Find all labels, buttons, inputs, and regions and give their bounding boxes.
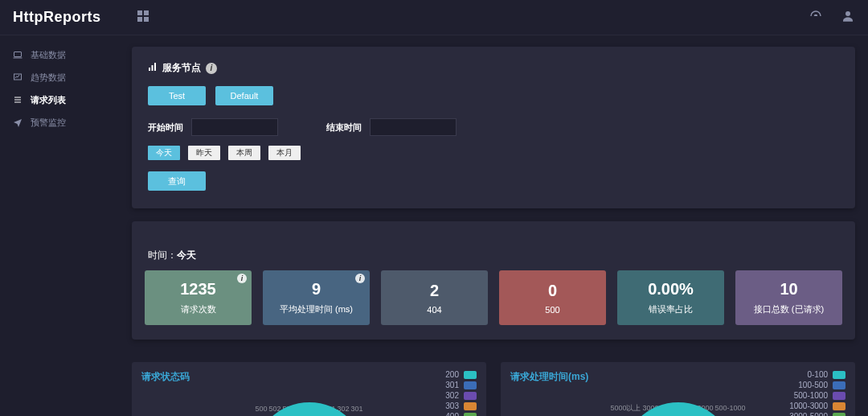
dashboard-icon[interactable] [809,9,823,26]
svg-rect-2 [137,17,142,22]
brand-title: HttpReports [13,9,101,26]
svg-point-4 [845,11,850,16]
user-icon[interactable] [841,9,855,26]
topbar: HttpReports [0,0,868,35]
svg-rect-3 [144,17,149,22]
svg-rect-1 [144,10,149,15]
apps-icon[interactable] [137,10,149,25]
svg-rect-0 [137,10,142,15]
